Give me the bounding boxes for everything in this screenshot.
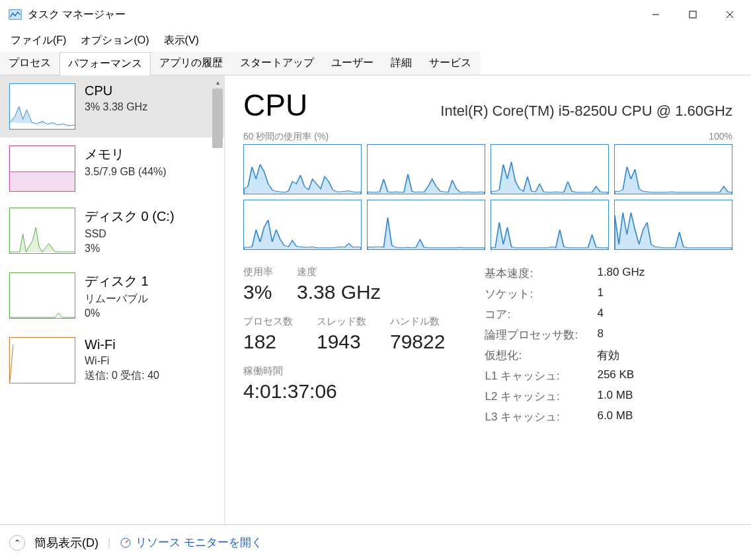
- l3-value: 6.0 MB: [597, 409, 633, 424]
- tab-details[interactable]: 詳細: [382, 52, 420, 75]
- minimize-button[interactable]: [637, 1, 674, 28]
- chart-label-left: 60 秒間の使用率 (%): [243, 131, 329, 143]
- cpu-core-grid: [243, 144, 732, 250]
- sidebar-item-memory[interactable]: メモリ 3.5/7.9 GB (44%): [0, 138, 224, 200]
- util-label: 使用率: [243, 266, 273, 278]
- sidebar-wifi-sub1: Wi-Fi: [85, 354, 215, 368]
- resource-monitor-link[interactable]: リソース モニターを開く: [120, 535, 262, 550]
- menubar: ファイル(F) オプション(O) 表示(V): [0, 29, 751, 52]
- l1-value: 256 KB: [597, 368, 634, 383]
- sidebar-wifi-sub2: 送信: 0 受信: 40: [85, 368, 215, 383]
- thread-label: スレッド数: [317, 315, 366, 328]
- sidebar-item-disk1[interactable]: ディスク 1 リムーバブル 0%: [0, 264, 224, 329]
- speed-value: 3.38 GHz: [297, 281, 381, 303]
- virt-label: 仮想化:: [485, 348, 597, 363]
- simple-view-button[interactable]: 簡易表示(D): [34, 535, 99, 551]
- handle-value: 79822: [390, 331, 445, 353]
- cpu-core-chart-4: [243, 200, 362, 250]
- svg-rect-5: [10, 172, 75, 191]
- menu-view[interactable]: 表示(V): [157, 31, 206, 50]
- cpu-core-chart-6: [491, 200, 609, 250]
- l3-label: L3 キャッシュ:: [485, 409, 597, 424]
- footer: ⌃ 簡易表示(D) | リソース モニターを開く: [0, 524, 751, 560]
- sockets-label: ソケット:: [485, 286, 597, 301]
- tab-users[interactable]: ユーザー: [323, 52, 382, 75]
- sidebar-item-cpu[interactable]: CPU 3% 3.38 GHz: [0, 75, 224, 138]
- proc-label: プロセス数: [243, 315, 293, 328]
- base-speed-value: 1.80 GHz: [597, 266, 645, 281]
- separator: |: [108, 537, 110, 549]
- tab-performance[interactable]: パフォーマンス: [59, 52, 151, 75]
- l2-value: 1.0 MB: [597, 389, 633, 404]
- cores-value: 4: [597, 307, 603, 322]
- sidebar-disk0-sub1: SSD: [85, 227, 215, 241]
- wifi-thumbnail-chart: [9, 337, 75, 383]
- resource-monitor-label: リソース モニターを開く: [136, 535, 262, 550]
- maximize-button[interactable]: [674, 1, 711, 28]
- sidebar-item-wifi[interactable]: Wi-Fi Wi-Fi 送信: 0 受信: 40: [0, 329, 224, 391]
- lprocs-value: 8: [597, 327, 603, 342]
- thread-value: 1943: [317, 331, 366, 353]
- l1-label: L1 キャッシュ:: [485, 368, 597, 383]
- cpu-core-chart-2: [491, 144, 609, 194]
- cpu-model: Intel(R) Core(TM) i5-8250U CPU @ 1.60GHz: [440, 102, 732, 120]
- handle-label: ハンドル数: [390, 315, 445, 328]
- memory-thumbnail-chart: [9, 145, 75, 192]
- window-title: タスク マネージャー: [28, 8, 637, 22]
- main-panel: CPU Intel(R) Core(TM) i5-8250U CPU @ 1.6…: [225, 75, 751, 524]
- sidebar-disk0-sub2: 3%: [85, 241, 215, 256]
- svg-line-8: [126, 540, 128, 543]
- sidebar-disk1-sub1: リムーバブル: [85, 292, 215, 306]
- sidebar-disk1-title: ディスク 1: [85, 272, 215, 290]
- chevron-up-icon: ⌃: [14, 538, 20, 547]
- resource-monitor-icon: [120, 537, 132, 549]
- cpu-core-chart-7: [614, 200, 732, 250]
- proc-value: 182: [243, 331, 293, 353]
- sidebar-wifi-title: Wi-Fi: [85, 337, 215, 352]
- menu-file[interactable]: ファイル(F): [4, 31, 73, 50]
- tab-history[interactable]: アプリの履歴: [151, 52, 231, 75]
- l2-label: L2 キャッシュ:: [485, 389, 597, 404]
- uptime-label: 稼働時間: [243, 365, 337, 378]
- sidebar-disk0-title: ディスク 0 (C:): [85, 208, 215, 225]
- sidebar-item-disk0[interactable]: ディスク 0 (C:) SSD 3%: [0, 200, 224, 264]
- sidebar-cpu-title: CPU: [85, 83, 215, 99]
- cpu-core-chart-1: [367, 144, 485, 194]
- sidebar-memory-sub: 3.5/7.9 GB (44%): [85, 165, 215, 179]
- tab-bar: プロセス パフォーマンス アプリの履歴 スタートアップ ユーザー 詳細 サービス: [0, 52, 751, 75]
- disk1-thumbnail-chart: [9, 272, 75, 319]
- sidebar-memory-title: メモリ: [85, 145, 215, 163]
- sidebar-cpu-sub: 3% 3.38 GHz: [85, 100, 215, 114]
- cores-label: コア:: [485, 307, 597, 322]
- uptime-value: 4:01:37:06: [243, 380, 337, 403]
- main-title: CPU: [243, 87, 307, 123]
- sidebar-disk1-sub2: 0%: [85, 306, 215, 321]
- svg-rect-2: [690, 11, 696, 18]
- cpu-core-chart-3: [614, 144, 732, 194]
- tab-startup[interactable]: スタートアップ: [231, 52, 323, 75]
- lprocs-label: 論理プロセッサ数:: [485, 327, 597, 342]
- scroll-thumb[interactable]: [212, 89, 223, 148]
- sockets-value: 1: [597, 286, 603, 301]
- cpu-thumbnail-chart: [9, 83, 75, 130]
- collapse-button[interactable]: ⌃: [9, 535, 25, 551]
- menu-options[interactable]: オプション(O): [74, 31, 155, 50]
- tab-services[interactable]: サービス: [420, 52, 480, 75]
- taskmanager-icon: [8, 7, 22, 22]
- cpu-core-chart-5: [367, 200, 485, 250]
- close-button[interactable]: [711, 1, 748, 28]
- cpu-core-chart-0: [243, 144, 362, 194]
- virt-value: 有効: [597, 348, 619, 363]
- scroll-up-icon[interactable]: ▴: [211, 75, 224, 89]
- titlebar: タスク マネージャー: [0, 0, 751, 29]
- tab-processes[interactable]: プロセス: [0, 52, 59, 75]
- chart-label-right: 100%: [709, 131, 732, 143]
- speed-label: 速度: [297, 266, 381, 278]
- performance-sidebar: ▴ CPU 3% 3.38 GHz メモリ 3.5/7.9 GB (44%): [0, 75, 225, 524]
- util-value: 3%: [243, 281, 273, 303]
- disk0-thumbnail-chart: [9, 208, 75, 254]
- base-speed-label: 基本速度:: [485, 266, 597, 281]
- sidebar-scrollbar[interactable]: ▴: [211, 75, 224, 524]
